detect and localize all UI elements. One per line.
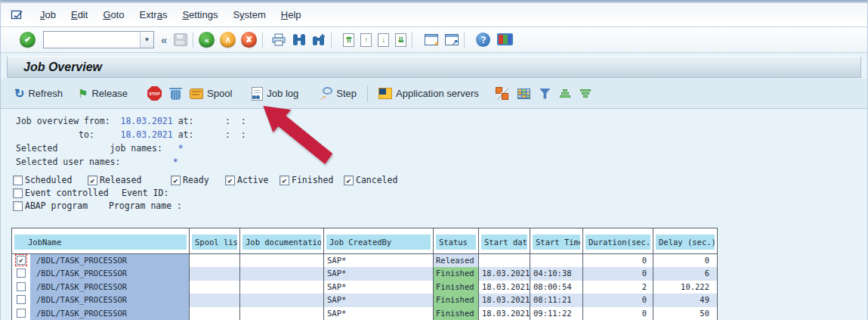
- release-button[interactable]: ⚑ Release: [73, 85, 132, 101]
- first-page-button[interactable]: ⇈: [343, 33, 354, 47]
- job-log-icon: [252, 87, 263, 101]
- flag-icon: ⚑: [78, 88, 88, 99]
- scheduled-checkbox[interactable]: [13, 176, 23, 185]
- cell-status: Finished: [434, 294, 479, 306]
- cell-start-date: 18.03.2021: [479, 267, 530, 280]
- stop-job-button[interactable]: STOP: [143, 84, 166, 103]
- job-name[interactable]: /BDL/TASK_PROCESSOR: [30, 254, 189, 267]
- active-checkbox[interactable]: [225, 176, 235, 185]
- sort-descending-button[interactable]: [576, 86, 596, 101]
- menu-item-edit[interactable]: Edit: [64, 7, 94, 23]
- job-name[interactable]: /BDL/TASK_PROCESSOR: [30, 267, 189, 280]
- menu-item-help[interactable]: Help: [274, 7, 308, 23]
- cell-duration: 0: [583, 254, 653, 267]
- check-icon: ✔: [24, 35, 31, 45]
- select-deselect-button[interactable]: [491, 85, 513, 102]
- job-name[interactable]: /BDL/TASK_PROCESSOR: [30, 294, 189, 306]
- back-button[interactable]: «: [199, 32, 215, 48]
- menu-item-system[interactable]: System: [226, 7, 272, 23]
- double-down-arrow-icon: ⇊: [398, 36, 404, 44]
- application-toolbar: ↻ Refresh ⚑ Release STOP Spool Job log →…: [1, 79, 867, 109]
- column-header[interactable]: Spool list: [190, 228, 240, 253]
- canceled-checkbox[interactable]: [344, 176, 354, 185]
- print-button[interactable]: [271, 33, 286, 46]
- next-page-button[interactable]: ↓: [378, 33, 389, 47]
- filter-button[interactable]: [535, 86, 555, 101]
- sort-ascending-button[interactable]: [555, 86, 576, 101]
- job-log-button[interactable]: Job log: [247, 85, 303, 103]
- released-checkbox[interactable]: [88, 176, 97, 185]
- system-menu-icon[interactable]: [11, 9, 24, 21]
- column-header[interactable]: Start date: [479, 228, 530, 253]
- refresh-button[interactable]: ↻ Refresh: [10, 85, 67, 102]
- column-header[interactable]: Duration(sec.): [583, 228, 653, 253]
- row-select-checkbox[interactable]: [17, 269, 26, 278]
- cell-duration: 0: [583, 267, 653, 280]
- menu-item-goto[interactable]: Goto: [96, 7, 131, 23]
- program-name-label: Program name :: [109, 200, 182, 211]
- enter-button[interactable]: ✔: [20, 32, 36, 48]
- cell-start-date: [479, 254, 530, 267]
- column-header[interactable]: Job CreatedBy: [324, 228, 434, 253]
- menu-item-job[interactable]: Job: [33, 7, 63, 23]
- save-button[interactable]: [174, 33, 187, 46]
- column-header[interactable]: Job documentation: [240, 228, 324, 253]
- menu-item-extras[interactable]: Extras: [133, 7, 175, 23]
- find-next-button[interactable]: [312, 33, 326, 46]
- command-input[interactable]: [44, 32, 140, 48]
- job-name[interactable]: /BDL/TASK_PROCESSOR: [30, 281, 189, 294]
- cell-start-time: 08:00:54: [530, 281, 583, 294]
- filter-finished: Finished: [280, 175, 333, 185]
- standard-toolbar: ✔ ▼ « « ∧ ✘ ⇈ ↑ ↓: [1, 27, 867, 53]
- delete-job-button[interactable]: [166, 85, 185, 102]
- cell-created-by: SAP*: [324, 307, 434, 320]
- cell-start-date: 18.03.2021: [479, 307, 530, 320]
- application-servers-button[interactable]: Application servers: [374, 85, 483, 101]
- last-page-button[interactable]: ⇊: [395, 33, 406, 47]
- collapse-command-icon[interactable]: «: [161, 33, 167, 46]
- previous-page-button[interactable]: ↑: [360, 33, 372, 47]
- job-table-header: JobNameSpool listJob documentationJob Cr…: [12, 228, 717, 254]
- row-select-checkbox[interactable]: ✔: [17, 256, 26, 265]
- new-session-button[interactable]: ✶: [425, 34, 438, 45]
- cell-spool: [190, 294, 240, 306]
- cell-duration: 0: [583, 294, 653, 306]
- finished-checkbox[interactable]: [280, 176, 289, 185]
- column-header[interactable]: Status: [434, 228, 479, 253]
- row-select-checkbox[interactable]: [17, 282, 26, 291]
- cell-doc: [240, 254, 324, 267]
- menu-bar: Job Edit Goto Extras Settings System Hel…: [1, 3, 867, 27]
- job-names-value: *: [178, 143, 184, 154]
- command-dropdown-button[interactable]: ▼: [140, 32, 153, 48]
- exit-button[interactable]: ∧: [220, 32, 236, 48]
- column-header[interactable]: JobName: [12, 228, 190, 253]
- cell-doc: [240, 281, 324, 294]
- row-select-checkbox[interactable]: [17, 309, 26, 318]
- create-shortcut-button[interactable]: ↗: [445, 34, 459, 45]
- job-table: JobNameSpool listJob documentationJob Cr…: [11, 228, 718, 320]
- column-header[interactable]: Delay (sec.): [653, 228, 717, 253]
- job-name[interactable]: /BDL/TASK_PROCESSOR: [30, 307, 189, 320]
- cell-spool: [190, 267, 240, 280]
- abap-program-checkbox[interactable]: [13, 201, 23, 211]
- cell-delay: 49: [653, 294, 717, 306]
- layout-views-button[interactable]: [513, 86, 535, 101]
- cell-jobname: /BDL/TASK_PROCESSOR: [12, 307, 190, 320]
- help-button[interactable]: ?: [476, 33, 490, 47]
- cancel-button[interactable]: ✘: [241, 32, 257, 48]
- cell-doc: [240, 294, 324, 306]
- customize-layout-button[interactable]: [497, 33, 513, 45]
- menu-item-settings[interactable]: Settings: [175, 7, 224, 23]
- step-button[interactable]: → Step: [314, 85, 361, 102]
- ready-checkbox[interactable]: [171, 176, 181, 185]
- date-to-value: 18.03.2021: [120, 129, 172, 140]
- event-controlled-checkbox[interactable]: [13, 188, 23, 198]
- find-button[interactable]: [292, 33, 306, 46]
- sap-gui-window: Job Edit Goto Extras Settings System Hel…: [0, 0, 868, 320]
- column-header[interactable]: Start Time: [530, 228, 583, 253]
- cell-start-time: 08:11:21: [530, 294, 583, 306]
- spool-button[interactable]: Spool: [185, 85, 236, 101]
- row-select-checkbox[interactable]: [17, 295, 26, 304]
- cell-duration: 2: [583, 281, 653, 294]
- cell-delay: 50: [653, 307, 717, 320]
